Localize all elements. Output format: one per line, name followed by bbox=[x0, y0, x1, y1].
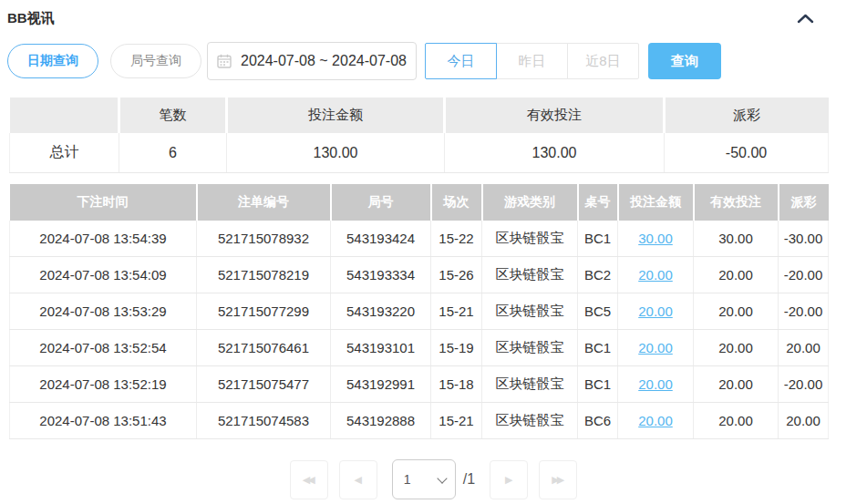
bet-amount-link[interactable]: 20.00 bbox=[638, 267, 673, 283]
bet-table-header-row: 下注时间 注单编号 局号 场次 游戏类别 桌号 投注金额 有效投注 派彩 bbox=[10, 184, 829, 221]
table-row: 2024-07-08 13:52:19 521715075477 5431929… bbox=[10, 366, 829, 403]
quick-range-last8days-button[interactable]: 近8日 bbox=[567, 43, 639, 79]
collapse-panel-button[interactable] bbox=[795, 12, 816, 26]
cell-payout: 20.00 bbox=[779, 330, 829, 366]
cell-payout: -20.00 bbox=[779, 293, 829, 330]
cell-session: 15-18 bbox=[431, 366, 482, 403]
summary-total-label: 总计 bbox=[10, 133, 119, 173]
prev-page-button[interactable]: ◀ bbox=[339, 460, 377, 499]
summary-total-payout: -50.00 bbox=[665, 133, 829, 173]
table-row: 2024-07-08 13:54:39 521715078932 5431934… bbox=[10, 221, 829, 257]
total-pages-label: /1 bbox=[463, 471, 475, 488]
cell-table-no: BC1 bbox=[578, 366, 618, 403]
cell-bet-amount: 20.00 bbox=[618, 330, 694, 366]
cell-payout: -20.00 bbox=[779, 366, 829, 403]
cell-order-id: 521715077299 bbox=[197, 293, 331, 330]
cell-order-id: 521715074583 bbox=[197, 403, 331, 439]
cell-valid-bet: 20.00 bbox=[694, 366, 779, 403]
bet-amount-link[interactable]: 30.00 bbox=[638, 231, 673, 246]
summary-table: 笔数 投注金额 有效投注 派彩 总计 6 130.00 130.00 -50.0… bbox=[9, 98, 829, 173]
quick-range-yesterday-button[interactable]: 昨日 bbox=[496, 43, 568, 79]
date-query-tab[interactable]: 日期查询 bbox=[7, 44, 98, 78]
cell-valid-bet: 20.00 bbox=[694, 403, 779, 439]
cell-game-type: 区块链骰宝 bbox=[482, 257, 578, 293]
cell-table-no: BC6 bbox=[578, 403, 618, 439]
cell-game-type: 区块链骰宝 bbox=[482, 366, 578, 403]
bet-amount-link[interactable]: 20.00 bbox=[638, 303, 673, 319]
double-chevron-left-icon: ◀◀ bbox=[303, 474, 313, 486]
cell-order-id: 521715075477 bbox=[197, 366, 331, 403]
summary-col-bet-amount: 投注金额 bbox=[227, 98, 445, 133]
cell-payout: 20.00 bbox=[779, 403, 829, 439]
cell-game-type: 区块链骰宝 bbox=[482, 221, 578, 257]
cell-bet-time: 2024-07-08 13:51:43 bbox=[10, 403, 197, 439]
cell-bet-amount: 20.00 bbox=[618, 293, 694, 330]
bet-amount-link[interactable]: 20.00 bbox=[638, 376, 673, 392]
search-button[interactable]: 查询 bbox=[648, 43, 721, 79]
summary-col-valid-bet: 有效投注 bbox=[445, 98, 665, 133]
cell-bet-time: 2024-07-08 13:53:29 bbox=[10, 293, 197, 330]
cell-round-id: 543192888 bbox=[331, 403, 431, 439]
col-session: 场次 bbox=[431, 184, 482, 221]
cell-bet-time: 2024-07-08 13:52:54 bbox=[10, 330, 197, 366]
page-title: BB视讯 bbox=[7, 10, 55, 27]
cell-bet-amount: 20.00 bbox=[618, 403, 694, 439]
cell-order-id: 521715078932 bbox=[197, 221, 331, 257]
col-bet-time: 下注时间 bbox=[10, 184, 197, 221]
cell-bet-time: 2024-07-08 13:54:09 bbox=[10, 257, 197, 293]
chevron-left-icon: ◀ bbox=[355, 474, 362, 485]
col-game-type: 游戏类别 bbox=[482, 184, 578, 221]
first-page-button[interactable]: ◀◀ bbox=[290, 460, 328, 499]
filter-toolbar: 日期查询 局号查询 今日 昨日 近8日 bbox=[7, 42, 867, 80]
table-row: 2024-07-08 13:52:54 521715076461 5431931… bbox=[10, 330, 829, 366]
cell-bet-time: 2024-07-08 13:52:19 bbox=[10, 366, 197, 403]
next-page-button[interactable]: ▶ bbox=[490, 460, 528, 499]
date-range-input[interactable] bbox=[207, 42, 417, 80]
cell-payout: -30.00 bbox=[779, 221, 829, 257]
summary-total-row: 总计 6 130.00 130.00 -50.00 bbox=[10, 133, 829, 173]
cell-bet-time: 2024-07-08 13:54:39 bbox=[10, 221, 197, 257]
cell-round-id: 543193101 bbox=[331, 330, 431, 366]
cell-game-type: 区块链骰宝 bbox=[482, 403, 578, 439]
cell-valid-bet: 20.00 bbox=[694, 330, 779, 366]
pagination: ◀◀ ◀ 1 /1 ▶ ▶▶ bbox=[0, 459, 867, 499]
summary-col-count: 笔数 bbox=[119, 98, 227, 133]
col-valid-bet: 有效投注 bbox=[694, 184, 779, 221]
quick-range-group: 今日 昨日 近8日 bbox=[425, 43, 639, 79]
summary-total-valid-bet: 130.00 bbox=[445, 133, 665, 173]
cell-table-no: BC1 bbox=[578, 330, 618, 366]
page-select[interactable]: 1 bbox=[392, 459, 456, 499]
quick-range-today-button[interactable]: 今日 bbox=[425, 43, 497, 79]
bet-amount-link[interactable]: 20.00 bbox=[638, 340, 673, 355]
bb-video-panel: BB视讯 日期查询 局号查询 bbox=[0, 0, 867, 504]
cell-game-type: 区块链骰宝 bbox=[482, 330, 578, 366]
col-bet-amount: 投注金额 bbox=[618, 184, 694, 221]
table-row: 2024-07-08 13:51:43 521715074583 5431928… bbox=[10, 403, 829, 439]
summary-total-count: 6 bbox=[119, 133, 227, 173]
col-table-no: 桌号 bbox=[578, 184, 618, 221]
cell-session: 15-19 bbox=[431, 330, 482, 366]
cell-bet-amount: 20.00 bbox=[618, 257, 694, 293]
cell-bet-amount: 30.00 bbox=[618, 221, 694, 257]
bet-amount-link[interactable]: 20.00 bbox=[638, 413, 673, 428]
date-range-field bbox=[207, 42, 417, 80]
page-select-wrap: 1 bbox=[392, 459, 456, 499]
cell-round-id: 543193334 bbox=[331, 257, 431, 293]
double-chevron-right-icon: ▶▶ bbox=[552, 474, 562, 486]
summary-col-payout: 派彩 bbox=[665, 98, 829, 133]
cell-order-id: 521715078219 bbox=[197, 257, 331, 293]
cell-session: 15-21 bbox=[431, 293, 482, 330]
bet-table-body: 2024-07-08 13:54:39 521715078932 5431934… bbox=[10, 221, 829, 439]
col-order-id: 注单编号 bbox=[197, 184, 331, 221]
summary-col-blank bbox=[10, 98, 119, 133]
cell-valid-bet: 20.00 bbox=[694, 293, 779, 330]
cell-session: 15-26 bbox=[431, 257, 482, 293]
last-page-button[interactable]: ▶▶ bbox=[539, 460, 577, 499]
chevron-right-icon: ▶ bbox=[505, 474, 512, 485]
chevron-up-icon bbox=[797, 13, 814, 26]
cell-round-id: 543192991 bbox=[331, 366, 431, 403]
summary-header-row: 笔数 投注金额 有效投注 派彩 bbox=[10, 98, 829, 133]
round-query-tab[interactable]: 局号查询 bbox=[110, 44, 201, 78]
cell-order-id: 521715076461 bbox=[197, 330, 331, 366]
cell-session: 15-21 bbox=[431, 403, 482, 439]
